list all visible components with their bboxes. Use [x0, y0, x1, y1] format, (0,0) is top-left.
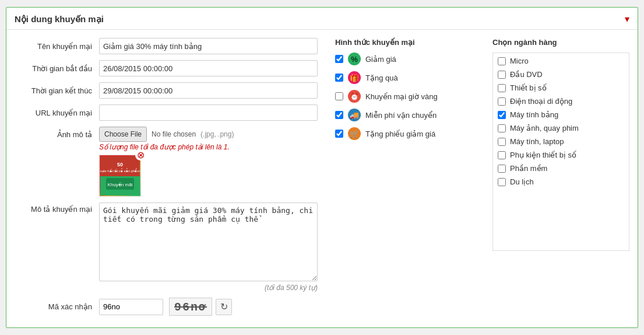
promo-item: ⏰ Khuyến mại giờ vàng	[335, 90, 487, 103]
industry-label-du_lich: Du lịch	[510, 177, 534, 186]
industry-label-may_anh: Máy ảnh, quay phim	[510, 124, 579, 132]
thoi-gian-ket-thuc-row: Thời gian kết thúc	[15, 82, 318, 99]
url-label: URL khuyến mại	[15, 109, 99, 117]
captcha-input[interactable]	[99, 299, 163, 315]
anh-mo-ta-row: Ảnh mô tả Choose File No file chosen (.j…	[15, 127, 318, 142]
promo-item: 🛒 Tặng phiếu giảm giá	[335, 127, 487, 140]
promo-checkbox-mien_phi_vc[interactable]	[335, 111, 343, 119]
file-type-hint: (.jpg, .png)	[200, 130, 234, 138]
no-file-text: No file chosen	[152, 130, 196, 138]
captcha-refresh-button[interactable]: ↻	[216, 299, 232, 315]
industry-item: Phụ kiện thiết bị số	[498, 151, 624, 159]
industry-item: Máy tính, laptop	[498, 137, 624, 146]
industry-item: Phần mềm	[498, 164, 624, 173]
industry-checkbox-phan_mem[interactable]	[498, 165, 506, 173]
promo-items-list: % Giảm giá 🎁 Tặng quà ⏰ Khuyến mại giờ v…	[335, 53, 487, 140]
industry-items-container: Micro Đầu DVD Thiết bị số Điện thoại di …	[498, 57, 624, 186]
promo-types-column: Hình thức khuyến mại % Giảm giá 🎁 Tặng q…	[335, 38, 492, 316]
industry-label-dau_dvd: Đầu DVD	[510, 70, 543, 79]
promo-icon-mien_phi_vc: 🚚	[348, 109, 361, 121]
preview-image-svg: 50 sale hết tất cả sản phẩm Khuyến mãi	[100, 156, 140, 196]
section-header: Nội dung khuyến mại ▾	[6, 8, 638, 30]
captcha-image: 96nơ	[169, 298, 212, 316]
promo-checkbox-giam_gia[interactable]	[335, 55, 343, 63]
promo-icon-gio_vang: ⏰	[348, 90, 361, 103]
industry-checkbox-du_lich[interactable]	[498, 178, 506, 186]
svg-text:50: 50	[117, 162, 123, 168]
section-title: Nội dung khuyến mại	[15, 14, 104, 25]
promo-item: % Giảm giá	[335, 53, 487, 65]
promo-label-mien_phi_vc: Miễn phí vận chuyển	[365, 111, 437, 120]
promo-checkbox-tang_qua[interactable]	[335, 74, 343, 82]
industry-item: Micro	[498, 57, 624, 65]
thoi-gian-ket-thuc-label: Thời gian kết thúc	[15, 86, 99, 95]
textarea-hint: (tối đa 500 ký tự)	[99, 284, 318, 292]
url-input[interactable]	[99, 104, 318, 121]
file-error-message: Số lượng file tối đa được phép tải lên l…	[99, 143, 318, 151]
industry-checkbox-may_tinh_laptop[interactable]	[498, 138, 506, 146]
mo-ta-textarea[interactable]: Gói khuyến mãi giảm giá 30% máy tính bản…	[99, 203, 318, 281]
industry-label-phan_mem: Phần mềm	[510, 164, 547, 173]
industry-label-may_tinh_laptop: Máy tính, laptop	[510, 137, 564, 146]
choose-file-button[interactable]: Choose File	[99, 127, 147, 142]
industry-label-dt_di_dong: Điện thoại di động	[510, 97, 572, 106]
industries-column: Chọn ngành hàng Micro Đầu DVD Thiết bị s…	[492, 38, 629, 316]
industries-title: Chọn ngành hàng	[492, 38, 629, 47]
promo-icon-tang_qua: 🎁	[348, 71, 361, 84]
captcha-row: Mã xác nhận 96nơ ↻	[15, 298, 318, 316]
industry-item: Máy tính bảng	[498, 110, 624, 119]
thoi-gian-bat-dau-input[interactable]	[99, 60, 318, 76]
industry-checkbox-may_anh[interactable]	[498, 124, 506, 132]
mo-ta-label: Mô tả khuyến mại	[15, 203, 99, 214]
promo-item: 🚚 Miễn phí vận chuyển	[335, 109, 487, 121]
mo-ta-row: Mô tả khuyến mại Gói khuyến mãi giảm giá…	[15, 203, 318, 281]
industry-item: Du lịch	[498, 177, 624, 186]
industry-item: Máy ảnh, quay phim	[498, 124, 624, 132]
industry-item: Thiết bị số	[498, 83, 624, 92]
file-controls: Choose File No file chosen (.jpg, .png)	[99, 127, 234, 142]
promo-label-giam_gia: Giảm giá	[365, 55, 396, 64]
image-preview-wrapper: 50 sale hết tất cả sản phẩm Khuyến mãi ⊗	[99, 155, 141, 197]
promo-label-tang_qua: Tặng quà	[365, 74, 398, 82]
promo-icon-phieu_giam_gia: 🛒	[348, 127, 361, 140]
thoi-gian-bat-dau-label: Thời gian bắt đầu	[15, 64, 99, 73]
promo-checkbox-phieu_giam_gia[interactable]	[335, 130, 343, 138]
industry-checkbox-micro[interactable]	[498, 57, 506, 65]
promo-checkbox-gio_vang[interactable]	[335, 92, 343, 100]
promo-types-title: Hình thức khuyến mại	[335, 38, 487, 47]
ten-khuyen-mai-label: Tên khuyến mại	[15, 42, 99, 51]
svg-text:sale hết tất cả sản phẩm: sale hết tất cả sản phẩm	[100, 168, 140, 173]
thoi-gian-ket-thuc-input[interactable]	[99, 82, 318, 99]
industry-checkbox-dt_di_dong[interactable]	[498, 97, 506, 106]
industry-checkbox-may_tinh_bang[interactable]	[498, 111, 506, 119]
promo-icon-giam_gia: %	[348, 53, 361, 65]
industry-checkbox-thiet_bi_so[interactable]	[498, 84, 506, 92]
main-container: Nội dung khuyến mại ▾ Tên khuyến mại Thờ…	[6, 7, 638, 328]
promo-label-gio_vang: Khuyến mại giờ vàng	[365, 92, 438, 101]
industry-scroll-list[interactable]: Micro Đầu DVD Thiết bị số Điện thoại di …	[492, 53, 629, 251]
industry-label-may_tinh_bang: Máy tính bảng	[510, 110, 558, 119]
industry-item: Đầu DVD	[498, 70, 624, 79]
promo-label-phieu_giam_gia: Tặng phiếu giảm giá	[365, 130, 435, 138]
image-preview: 50 sale hết tất cả sản phẩm Khuyến mãi	[99, 155, 141, 197]
industry-label-micro: Micro	[510, 57, 529, 65]
form-column: Tên khuyến mại Thời gian bắt đầu Thời gi…	[15, 38, 335, 316]
thoi-gian-bat-dau-row: Thời gian bắt đầu	[15, 60, 318, 76]
refresh-icon: ↻	[220, 301, 228, 312]
ten-khuyen-mai-row: Tên khuyến mại	[15, 38, 318, 54]
industry-checkbox-phu_kien[interactable]	[498, 151, 506, 159]
promo-item: 🎁 Tặng quà	[335, 71, 487, 84]
anh-mo-ta-label: Ảnh mô tả	[15, 130, 99, 139]
svg-text:Khuyến mãi: Khuyến mãi	[108, 182, 133, 187]
section-body: Tên khuyến mại Thời gian bắt đầu Thời gi…	[6, 30, 638, 316]
remove-image-button[interactable]: ⊗	[135, 150, 146, 160]
industry-item: Điện thoại di động	[498, 97, 624, 106]
industry-checkbox-dau_dvd[interactable]	[498, 71, 506, 79]
captcha-label: Mã xác nhận	[15, 302, 99, 311]
ten-khuyen-mai-input[interactable]	[99, 38, 318, 54]
industry-label-thiet_bi_so: Thiết bị số	[510, 83, 547, 92]
collapse-chevron-icon[interactable]: ▾	[625, 13, 629, 25]
industry-label-phu_kien: Phụ kiện thiết bị số	[510, 151, 576, 159]
url-row: URL khuyến mại	[15, 104, 318, 121]
